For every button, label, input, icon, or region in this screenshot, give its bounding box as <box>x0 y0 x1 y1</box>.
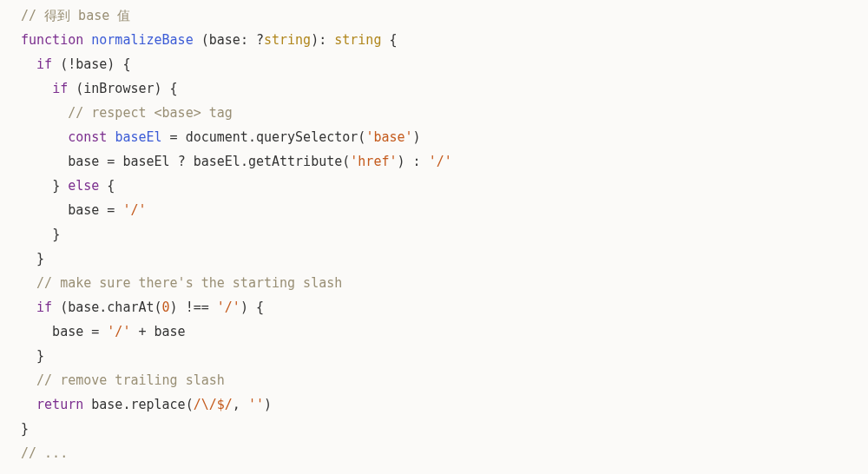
token-plain <box>240 397 248 412</box>
token-paren: ) <box>170 300 178 315</box>
token-plain: inBrowser <box>83 81 154 96</box>
token-string: '/' <box>107 324 130 339</box>
token-builtin: string <box>334 32 381 48</box>
token-string: '/' <box>122 202 146 218</box>
token-plain: querySelector <box>256 129 358 145</box>
token-op: . <box>240 154 248 169</box>
token-string: '/' <box>429 154 452 169</box>
token-plain <box>178 300 186 315</box>
token-plain <box>21 275 36 291</box>
token-comment: // 得到 base 值 <box>21 8 130 23</box>
token-op: : <box>413 154 421 169</box>
token-comment: // respect <base> tag <box>68 105 233 121</box>
token-op: ? <box>178 154 186 169</box>
token-builtin: string <box>264 32 311 48</box>
token-plain <box>209 300 217 315</box>
token-keyword: return <box>36 397 83 412</box>
token-funcname: baseEl <box>115 129 161 145</box>
token-plain <box>21 372 36 388</box>
token-string: 'href' <box>350 154 397 169</box>
token-plain <box>21 227 52 242</box>
token-plain <box>162 81 170 96</box>
token-paren: ( <box>155 300 162 315</box>
token-paren: ( <box>342 154 350 169</box>
token-funcname: normalizeBase <box>91 32 193 48</box>
token-number: 0 <box>162 300 170 315</box>
token-op: !== <box>186 300 209 315</box>
token-op: : <box>240 32 248 48</box>
token-paren: { <box>256 300 264 315</box>
token-comment: // remove trailing slash <box>36 372 225 388</box>
token-plain <box>194 32 201 48</box>
token-plain <box>52 300 60 315</box>
token-paren: ) <box>398 154 405 169</box>
token-plain: baseEl <box>115 154 177 169</box>
token-plain <box>405 154 413 169</box>
token-plain <box>21 105 68 121</box>
token-plain: base <box>21 154 107 169</box>
token-op: . <box>99 300 107 315</box>
token-plain <box>21 251 36 267</box>
token-paren: } <box>52 227 60 242</box>
token-paren: ) <box>264 397 272 412</box>
token-plain <box>21 397 36 412</box>
token-op: = <box>170 129 178 145</box>
token-plain <box>99 324 107 339</box>
token-paren: { <box>389 32 397 48</box>
token-string: '' <box>248 397 264 412</box>
token-plain <box>21 81 52 96</box>
token-plain: getAttribute <box>248 154 342 169</box>
code-block: // 得到 base 值 function normalizeBase (bas… <box>0 0 868 469</box>
token-paren: ) <box>240 300 248 315</box>
token-plain <box>421 154 429 169</box>
token-plain <box>21 178 52 194</box>
token-string: /\/$/ <box>194 397 233 412</box>
token-plain: base <box>83 397 122 412</box>
token-keyword: const <box>68 129 107 145</box>
code-content: // 得到 base 值 function normalizeBase (bas… <box>21 8 452 461</box>
token-plain: baseEl <box>186 154 240 169</box>
token-plain: replace <box>130 397 185 412</box>
token-plain <box>21 300 36 315</box>
token-plain <box>99 178 107 194</box>
token-keyword: else <box>68 178 99 194</box>
token-keyword: function <box>21 32 83 48</box>
token-plain <box>60 178 68 194</box>
token-plain: base <box>21 202 107 218</box>
token-op: : <box>319 32 326 48</box>
token-plain: charAt <box>107 300 154 315</box>
token-paren: ( <box>60 56 68 72</box>
token-plain: base <box>21 324 91 339</box>
token-plain: base <box>76 56 107 72</box>
token-plain: document <box>178 129 248 145</box>
token-paren: ) <box>155 81 162 96</box>
token-op: . <box>248 129 256 145</box>
token-keyword: if <box>36 300 52 315</box>
token-paren: ( <box>201 32 209 48</box>
token-paren: } <box>52 178 60 194</box>
token-comment: // make sure there's the starting slash <box>36 275 342 291</box>
token-paren: { <box>107 178 115 194</box>
token-paren: { <box>122 56 130 72</box>
token-plain <box>162 129 170 145</box>
token-plain <box>21 129 68 145</box>
token-paren: { <box>170 81 178 96</box>
token-plain <box>68 81 76 96</box>
token-paren: ( <box>76 81 83 96</box>
token-comment: // ... <box>21 445 68 461</box>
token-plain <box>326 32 334 48</box>
token-plain <box>248 300 256 315</box>
token-op: ! <box>68 56 76 72</box>
token-keyword: if <box>52 81 68 96</box>
token-plain: base <box>209 32 240 48</box>
token-paren: ) <box>311 32 319 48</box>
token-plain <box>248 32 256 48</box>
token-plain <box>21 56 36 72</box>
token-plain <box>52 56 60 72</box>
token-paren: ) <box>413 129 421 145</box>
token-op: = <box>91 324 99 339</box>
token-paren: } <box>36 251 44 267</box>
token-paren: ( <box>60 300 68 315</box>
token-plain <box>21 348 36 364</box>
token-paren: ( <box>186 397 194 412</box>
